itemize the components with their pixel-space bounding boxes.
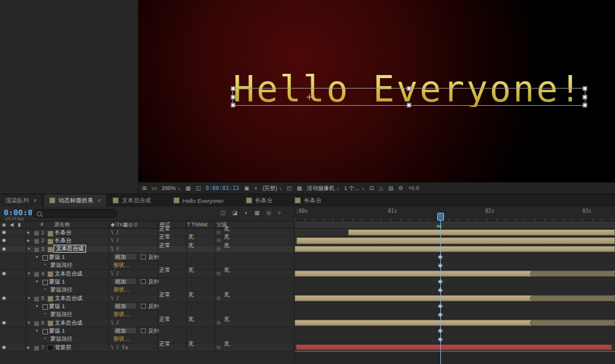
label-color-chip[interactable] (34, 321, 39, 326)
timeline-lane[interactable] (295, 319, 615, 327)
layer-name[interactable]: 文本总合成 (54, 245, 86, 253)
expand-toggle[interactable]: ▼ (35, 327, 39, 334)
mask-name[interactable]: 蒙版 1 (49, 327, 65, 334)
timeline-lane[interactable] (295, 253, 615, 261)
timeline-lane[interactable] (295, 311, 615, 318)
stopwatch-icon[interactable]: ◔ (43, 286, 46, 293)
mask-property-row[interactable]: ◔蒙版路径形状… (0, 261, 294, 269)
parent-pickwhip-icon[interactable]: ◎ (216, 270, 221, 277)
tab-render-queue[interactable]: 渲染队列× (0, 194, 43, 207)
selection-handle[interactable] (407, 87, 411, 91)
search-input[interactable] (32, 209, 117, 218)
mask-inverted-checkbox[interactable] (141, 279, 146, 284)
timeline-lane[interactable] (295, 261, 615, 269)
expand-toggle[interactable]: ▼ (35, 303, 39, 310)
pixel-aspect-icon[interactable]: ⊡ (369, 185, 374, 191)
layer-name[interactable]: 文本总合成 (55, 319, 82, 326)
mask-mode-select[interactable]: 相加∨ (113, 303, 137, 309)
selection-handle[interactable] (231, 95, 236, 99)
snapshot-icon[interactable]: ▣ (244, 185, 250, 191)
exposure-gear-icon[interactable]: ⚙ (398, 185, 403, 191)
layer-row[interactable]: ◉▼5文本总合成\ /正常∨无∨◎无∨ (0, 295, 294, 303)
mask-property-row[interactable]: ◔蒙版路径形状… (0, 335, 294, 343)
stopwatch-icon[interactable]: ◔ (43, 335, 46, 342)
timeline-lane[interactable] (295, 286, 615, 294)
visibility-toggle[interactable]: ◉ (2, 245, 6, 253)
timeline-lane[interactable] (295, 335, 615, 343)
property-value[interactable]: 形状… (113, 286, 130, 293)
layer-switches[interactable]: \ / (111, 319, 120, 326)
screen-mode-icon[interactable]: ▭ (152, 185, 157, 191)
layer-switches[interactable]: \ / (111, 270, 120, 277)
parent-pickwhip-icon[interactable]: ◎ (216, 319, 221, 326)
parent-pickwhip-icon[interactable]: ◎ (216, 295, 221, 302)
mask-mode-select[interactable]: 相加∨ (113, 327, 137, 334)
timeline-lane[interactable] (295, 278, 615, 286)
transparency-grid-icon[interactable]: ▩ (297, 185, 303, 191)
grid-guides-icon[interactable]: ▦ (186, 185, 191, 191)
layer-row[interactable]: ◉▼3文本总合成\ /正常∨无∨◎无∨ (0, 245, 294, 253)
expand-toggle[interactable]: ▼ (27, 245, 31, 253)
expand-toggle[interactable]: ▼ (27, 319, 31, 326)
expand-toggle[interactable]: ▼ (35, 253, 39, 261)
hide-shy-icon[interactable]: ◖ (244, 210, 247, 216)
selection-box[interactable] (232, 88, 585, 106)
visibility-toggle[interactable]: ◉ (2, 295, 6, 302)
visibility-toggle[interactable]: ◉ (2, 319, 6, 326)
mask-name[interactable]: 蒙版 1 (49, 303, 65, 310)
graph-editor-icon[interactable]: ≈ (278, 210, 281, 216)
layer-switches[interactable]: \ / (111, 237, 120, 244)
label-color-chip[interactable] (34, 247, 39, 253)
selection-handle[interactable] (407, 103, 411, 108)
layer-duration-bar[interactable] (348, 229, 615, 235)
mask-mode-select[interactable]: 相加∨ (113, 278, 137, 285)
snap-view-icon[interactable]: ⊞ (142, 185, 147, 191)
layer-row[interactable]: ◉▼6文本总合成\ /正常∨无∨◎无∨ (0, 319, 294, 327)
parent-pickwhip-icon[interactable]: ◎ (216, 229, 221, 236)
layer-name[interactable]: 文本总合成 (55, 295, 82, 302)
mask-inverted-checkbox[interactable] (141, 328, 146, 333)
mask-name[interactable]: 蒙版 1 (49, 253, 65, 261)
show-channel-icon[interactable]: ● (254, 185, 257, 191)
timeline-lane[interactable] (295, 237, 615, 245)
expand-toggle[interactable]: ▶ (27, 229, 30, 236)
selection-handle[interactable] (583, 95, 587, 99)
layer-duration-bar[interactable] (296, 344, 612, 350)
expand-toggle[interactable]: ▶ (27, 237, 30, 244)
fast-previews-icon[interactable]: △ (379, 185, 383, 191)
timeline-lane[interactable] (295, 344, 615, 352)
timeline-lane[interactable] (295, 303, 615, 311)
layer-switches[interactable]: \ / (111, 229, 120, 236)
stopwatch-icon[interactable]: ◔ (43, 311, 46, 318)
mask-color-swatch[interactable] (42, 304, 48, 310)
mask-row[interactable]: ▼蒙版 1相加∨反转 (0, 303, 294, 311)
property-value[interactable]: 形状… (113, 335, 130, 342)
column-header-trkmat[interactable]: T TrkMat (187, 221, 207, 228)
expand-toggle[interactable]: ▼ (27, 270, 31, 277)
mask-property-row[interactable]: ◔蒙版路径形状… (0, 311, 294, 318)
motion-blur-icon[interactable]: ◎ (266, 210, 271, 216)
parent-pickwhip-icon[interactable]: ◎ (216, 245, 221, 253)
property-value[interactable]: 形状… (113, 261, 130, 269)
mask-row[interactable]: ▼蒙版 1相加∨反转 (0, 253, 294, 261)
layer-row[interactable]: ◉▶1长条合\ /正常∨◎无∨ (0, 229, 294, 237)
selection-handle[interactable] (231, 87, 236, 91)
layer-duration-bar[interactable] (295, 246, 615, 252)
layer-switches[interactable]: \ / (111, 245, 120, 253)
tab-comp-bar-2[interactable]: 长条合 (289, 194, 327, 207)
mask-color-swatch[interactable] (42, 280, 48, 285)
expand-toggle[interactable]: ▶ (27, 344, 30, 351)
column-header-source[interactable]: 源名称 (54, 221, 70, 228)
composition-viewer[interactable]: Hello Everyone! (138, 0, 615, 182)
tab-comp-hello[interactable]: Hello Everyone! (168, 194, 229, 207)
mask-visibility-icon[interactable]: ◱ (196, 185, 201, 191)
tab-comp-text-main[interactable]: 文本总合成 (107, 194, 157, 207)
tab-comp-bar-1[interactable]: 长条合 (240, 194, 279, 207)
label-color-chip[interactable] (34, 296, 39, 302)
visibility-toggle[interactable]: ◉ (2, 344, 6, 351)
selection-handle[interactable] (583, 87, 587, 91)
mask-color-swatch[interactable] (42, 255, 48, 261)
mask-row[interactable]: ▼蒙版 1相加∨反转 (0, 327, 294, 335)
timeline-lane[interactable] (295, 270, 615, 278)
layer-name[interactable]: 长条合 (55, 229, 71, 236)
